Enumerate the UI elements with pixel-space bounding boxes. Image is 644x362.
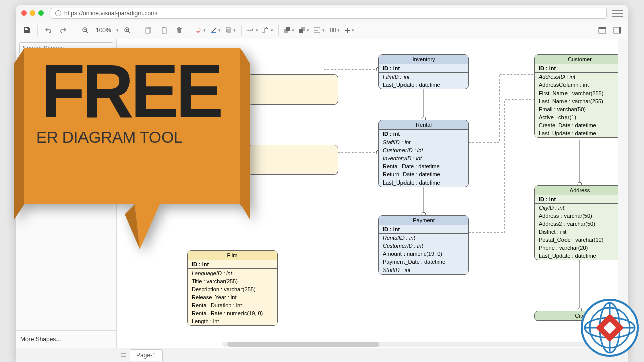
entity-header: Address [535, 186, 618, 195]
zoom-level[interactable]: 100% [94, 27, 113, 34]
entity-attribute: Rental_Date : datetime [379, 162, 468, 170]
page-tabs: Page-1 [16, 348, 628, 362]
minimize-icon[interactable] [30, 10, 35, 16]
entity-attribute: Payment_Date : datetime [379, 258, 468, 266]
entity-rental[interactable]: RentalID : intStaffID : intCustomerID : … [378, 120, 469, 187]
back-icon[interactable]: ▾ [298, 24, 311, 37]
entity-attribute: ID : int [535, 64, 618, 73]
entity-attribute: ID : int [379, 225, 468, 234]
undo-icon[interactable] [42, 24, 55, 37]
close-icon[interactable] [21, 10, 27, 16]
svg-rect-12 [299, 29, 303, 33]
hamburger-icon[interactable] [612, 9, 623, 18]
entity-attribute: CustomerID : int [379, 146, 468, 154]
waypoint-icon[interactable]: ▾ [261, 24, 274, 37]
svg-rect-10 [286, 27, 290, 31]
maximize-icon[interactable] [38, 10, 44, 16]
entity-attribute: AddressColumn : int [535, 81, 618, 89]
entity-attribute: CityID : int [535, 204, 618, 212]
zoom-out-icon[interactable] [78, 24, 92, 37]
delete-icon[interactable] [173, 24, 186, 37]
connector-icon[interactable]: ▾ [246, 24, 259, 37]
svg-marker-27 [14, 48, 24, 219]
entity-attribute: Address2 : varchar(50) [535, 220, 618, 228]
entity-payment[interactable]: PaymentID : intRentalID : intCustomerID … [378, 215, 469, 275]
entity-header: Customer [535, 55, 618, 64]
entity-attribute: Return_Date : datetime [379, 170, 468, 178]
zoom-dropdown-icon[interactable]: ▾ [116, 28, 119, 33]
entity-attribute: RentalID : int [379, 234, 468, 242]
svg-marker-28 [240, 48, 250, 219]
entity-attribute: Length : int [188, 317, 277, 325]
entity-attribute: ID : int [535, 195, 618, 204]
svg-rect-6 [211, 32, 216, 33]
entity-hidden-1[interactable] [248, 74, 338, 105]
zoom-in-icon[interactable] [121, 24, 134, 37]
entity-attribute: Active : char(1) [535, 113, 618, 121]
entity-attribute: Description : varchar(255) [188, 285, 277, 293]
entity-attribute: Last_Name : varchar(255) [535, 97, 618, 105]
entity-attribute: CustomerID : int [379, 242, 468, 250]
svg-rect-14 [332, 28, 334, 32]
entity-attribute: Postal_Code : varchar(10) [535, 236, 618, 244]
entity-attribute: Address : varchar(50) [535, 212, 618, 220]
entity-attribute: Rental_Duration : int [188, 301, 277, 309]
entity-attribute: District : int [535, 228, 618, 236]
tab-drag-handle[interactable] [121, 353, 126, 357]
tab-page-1[interactable]: Page-1 [130, 349, 163, 361]
entity-attribute: ID : int [379, 64, 468, 73]
copy-icon[interactable] [142, 24, 155, 37]
entity-attribute: Release_Year : int [188, 293, 277, 301]
entity-customer[interactable]: CustomerID : intAddressID : intAddressCo… [534, 54, 618, 138]
svg-rect-4 [162, 28, 166, 33]
svg-rect-3 [146, 28, 150, 33]
entity-inventory[interactable]: InventoryID : intFilmID : intLast_Update… [378, 54, 469, 89]
svg-rect-13 [330, 28, 331, 32]
paste-icon[interactable] [157, 24, 171, 37]
entity-attribute: Email : varchar(50) [535, 105, 618, 113]
horizontal-scrollbar[interactable] [222, 342, 603, 347]
entity-attribute: Rental_Rate : numeric(19, 0) [188, 309, 277, 317]
entity-address[interactable]: AddressID : intCityID : intAddress : var… [534, 185, 618, 260]
fill-icon[interactable]: ▾ [194, 24, 207, 37]
entity-header: Inventory [379, 55, 468, 64]
svg-rect-15 [335, 28, 336, 32]
outline-panel-icon[interactable] [596, 24, 609, 37]
entity-attribute: Title : varchar(255) [188, 277, 277, 285]
url-text: https://online.visual-paradigm.com/ [64, 10, 157, 17]
entity-attribute: StaffID : int [379, 138, 468, 146]
svg-rect-5 [163, 27, 165, 28]
entity-attribute: Phone : varchar(20) [535, 244, 618, 252]
url-bar[interactable]: https://online.visual-paradigm.com/ [51, 8, 607, 19]
stroke-icon[interactable]: ▾ [209, 24, 222, 37]
visual-paradigm-logo-icon [580, 298, 640, 358]
entity-attribute: LanguageID : int [188, 269, 277, 277]
entity-attribute: Last_Update : datetime [379, 178, 468, 187]
entity-hidden-2[interactable] [248, 145, 338, 175]
entity-attribute: First_Name : varchar(255) [535, 89, 618, 97]
entity-attribute: Create_Date : datetime [535, 121, 618, 129]
format-panel-icon[interactable] [611, 24, 624, 37]
entity-header: Payment [379, 216, 468, 225]
entity-attribute: StaffID : int [379, 266, 468, 274]
save-icon[interactable] [20, 24, 33, 37]
distribute-icon[interactable]: ▾ [328, 24, 341, 37]
front-icon[interactable]: ▾ [283, 24, 296, 37]
more-shapes-button[interactable]: More Shapes... [16, 330, 116, 348]
banner-title: FREE [41, 57, 220, 125]
window-controls [21, 10, 44, 16]
redo-icon[interactable] [57, 24, 70, 37]
entity-attribute: FilmID : int [379, 73, 468, 81]
reload-icon[interactable] [55, 10, 61, 16]
svg-rect-17 [599, 27, 606, 29]
entity-attribute: Last_Update : datetime [535, 252, 618, 260]
entity-attribute: InventoryID : int [379, 154, 468, 162]
entity-attribute: ID : int [379, 130, 468, 138]
shadow-icon[interactable]: ▾ [224, 24, 237, 37]
add-icon[interactable]: ▾ [343, 24, 356, 37]
align-icon[interactable]: ▾ [313, 24, 326, 37]
entity-attribute: Amount : numeric(19, 0) [379, 250, 468, 258]
entity-attribute: Last_Update : datetime [379, 81, 468, 89]
svg-rect-19 [619, 27, 621, 33]
entity-attribute: AddressID : int [535, 73, 618, 81]
